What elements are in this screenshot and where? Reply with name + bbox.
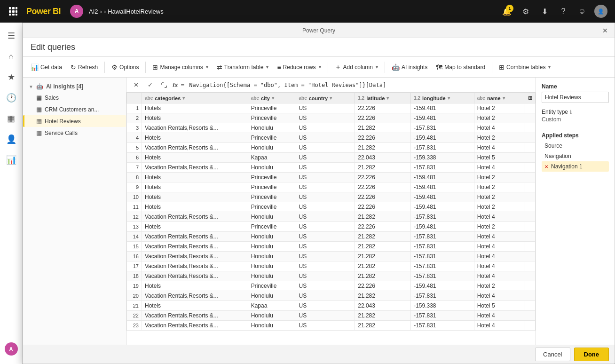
dialog-close-button[interactable]: ✕ <box>599 25 611 36</box>
row-number: 1 <box>127 103 142 113</box>
toolbar: 📊 Get data ↻ Refresh ⚙ Options ⊞ Manage … <box>23 57 615 78</box>
step-navigation[interactable]: Navigation <box>542 151 609 161</box>
query-item-hotel-label: Hotel Reviews <box>45 118 81 125</box>
sidebar-learning-icon[interactable]: 📊 <box>2 150 21 169</box>
ai-insights-button[interactable]: 🤖 AI insights <box>388 60 431 75</box>
step-navigation-1[interactable]: ✕ Navigation 1 <box>542 161 609 172</box>
transform-table-button[interactable]: ⇄ Transform table ▾ <box>213 60 273 75</box>
table-cell: Hotel 4 <box>474 261 525 271</box>
table-cell: Hotel 2 <box>474 202 525 212</box>
transform-table-icon: ⇄ <box>217 63 222 71</box>
manage-columns-button[interactable]: ⊞ Manage columns ▾ <box>149 60 212 75</box>
table-row: 16Vacation Rentals,Resorts &...HonoluluU… <box>127 252 536 261</box>
row-expand-cell <box>525 123 536 133</box>
table-cell: Hotel 2 <box>474 133 525 143</box>
row-number: 10 <box>127 192 142 202</box>
breadcrumb-file[interactable]: HawaiiHotelReviews <box>108 8 164 15</box>
sidebar-expand-icon[interactable]: A <box>2 340 21 358</box>
table-cell: 22.226 <box>355 113 411 123</box>
table-cell: 22.226 <box>355 202 411 212</box>
table-row: 9HotelsPrincevilleUS22.226-159.481Hotel … <box>127 182 536 192</box>
table-cell: Hotel 2 <box>474 281 525 291</box>
step-source[interactable]: Source <box>542 141 609 151</box>
table-container[interactable]: abc categories ▾ abc city <box>126 93 536 345</box>
row-expand-cell <box>525 252 536 261</box>
done-button[interactable]: Done <box>574 348 609 361</box>
table-cell: Hotel 4 <box>474 271 525 281</box>
query-item-service-calls[interactable]: ▦ Service Calls <box>23 127 126 139</box>
reduce-rows-button[interactable]: ≡ Reduce rows ▾ <box>273 60 324 75</box>
sidebar-menu-icon[interactable]: ☰ <box>2 26 21 45</box>
waffle-icon[interactable] <box>6 4 21 19</box>
table-cell: Hotel 4 <box>474 242 525 252</box>
table-cell: Vacation Rentals,Resorts &... <box>142 321 248 331</box>
col-header-city[interactable]: abc city ▾ <box>248 93 296 103</box>
svg-rect-6 <box>9 14 11 16</box>
sidebar-favorites-icon[interactable]: ★ <box>2 68 21 87</box>
table-cell: US <box>296 291 355 301</box>
table-body: 1HotelsPrincevilleUS22.226-159.481Hotel … <box>127 103 536 331</box>
col-header-country[interactable]: abc country ▾ <box>296 93 355 103</box>
table-cell: 22.226 <box>355 133 411 143</box>
refresh-button[interactable]: ↻ Refresh <box>67 60 102 75</box>
row-number: 15 <box>127 242 142 252</box>
table-cell: US <box>296 301 355 311</box>
table-row: 3Vacation Rentals,Resorts &...HonoluluUS… <box>127 123 536 133</box>
table-cell: Hotel 4 <box>474 143 525 153</box>
settings-icon[interactable]: ⚙ <box>517 3 534 20</box>
smiley-icon[interactable]: ☺ <box>574 3 591 20</box>
formula-confirm-button[interactable]: ✓ <box>144 79 156 91</box>
table-cell: -157.831 <box>411 143 474 153</box>
query-item-hotel-reviews[interactable]: ▦ Hotel Reviews <box>23 115 126 127</box>
entity-type-info-icon[interactable]: ℹ <box>570 109 572 115</box>
step-delete-icon[interactable]: ✕ <box>544 164 548 169</box>
refresh-icon: ↻ <box>71 63 76 71</box>
sidebar-home-icon[interactable]: ⌂ <box>2 47 21 66</box>
query-group-header[interactable]: ▼ 🤖 AI insights [4] <box>23 81 126 92</box>
user-profile-icon[interactable]: 👤 <box>592 3 609 20</box>
table-cell: US <box>296 232 355 242</box>
col-header-latitude[interactable]: 1.2 latitude ▾ <box>355 93 411 103</box>
row-expand-cell <box>525 103 536 113</box>
combine-tables-button[interactable]: ⊞ Combine tables ▾ <box>495 60 554 75</box>
table-cell: Princeville <box>248 103 296 113</box>
query-item-sales[interactable]: ▦ Sales <box>23 92 126 103</box>
map-to-standard-button[interactable]: 🗺 Map to standard <box>432 60 489 75</box>
table-cell: 21.282 <box>355 212 411 222</box>
add-column-button[interactable]: ＋ Add column ▾ <box>331 60 382 75</box>
row-number: 9 <box>127 182 142 192</box>
row-number: 6 <box>127 153 142 163</box>
cancel-button[interactable]: Cancel <box>535 348 570 361</box>
svg-rect-7 <box>12 14 15 16</box>
left-sidebar: ☰ ⌂ ★ 🕐 ▦ 👤 📊 A <box>0 23 23 364</box>
get-data-button[interactable]: 📊 Get data <box>27 60 66 75</box>
help-icon[interactable]: ? <box>555 3 572 20</box>
table-cell: 22.043 <box>355 153 411 163</box>
table-cell: -159.481 <box>411 133 474 143</box>
query-item-crm[interactable]: ▦ CRM Customers an... <box>23 103 126 115</box>
add-column-dropdown-arrow: ▾ <box>376 64 378 70</box>
table-row: 6HotelsKapaaUS22.043-159.338Hotel 5 <box>127 153 536 163</box>
col-header-longitude[interactable]: 1.2 longitude ▾ <box>411 93 474 103</box>
options-button[interactable]: ⚙ Options <box>108 60 142 75</box>
sidebar-recent-icon[interactable]: 🕐 <box>2 88 21 107</box>
notification-icon[interactable]: 🔔1 <box>498 3 515 20</box>
table-cell: Honolulu <box>248 252 296 261</box>
table-cell: Vacation Rentals,Resorts &... <box>142 242 248 252</box>
sidebar-people-icon[interactable]: 👤 <box>2 130 21 149</box>
formula-input[interactable]: Navigation{[Schema = "dbo", Item = "Hote… <box>187 81 532 89</box>
row-expand-cell <box>525 133 536 143</box>
table-cell: 22.226 <box>355 103 411 113</box>
col-header-expand[interactable]: ⊞ <box>525 93 536 103</box>
edit-queries-titlebar: Edit queries <box>23 38 615 57</box>
col-header-name[interactable]: abc name ▾ <box>474 93 525 103</box>
table-cell: 21.282 <box>355 123 411 133</box>
formula-cancel-button[interactable]: ✕ <box>130 79 142 91</box>
sidebar-apps-icon[interactable]: ▦ <box>2 109 21 128</box>
formula-expand-button[interactable] <box>158 79 170 91</box>
name-input[interactable] <box>542 92 609 103</box>
transform-table-dropdown-arrow: ▾ <box>266 64 268 70</box>
table-row: 17Vacation Rentals,Resorts &...HonoluluU… <box>127 261 536 271</box>
col-header-categories[interactable]: abc categories ▾ <box>142 93 248 103</box>
download-icon[interactable]: ⬇ <box>536 3 553 20</box>
